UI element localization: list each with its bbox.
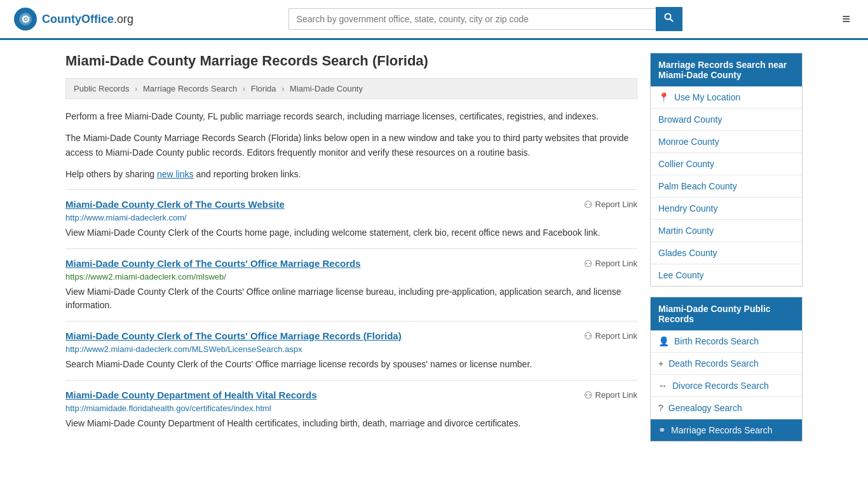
public-records-link-2[interactable]: Divorce Records Search bbox=[672, 381, 769, 391]
report-link-btn-1[interactable]: ⚇ Report Link bbox=[584, 258, 637, 269]
result-desc-2: Search Miami-Dade County Clerk of the Co… bbox=[65, 358, 637, 371]
birth-icon: 👤 bbox=[658, 336, 669, 346]
result-title-2[interactable]: Miami-Dade County Clerk of The Courts' O… bbox=[65, 330, 402, 341]
report-icon-1: ⚇ bbox=[584, 258, 592, 269]
result-url-1[interactable]: https://www2.miami-dadeclerk.com/mlsweb/ bbox=[65, 272, 226, 281]
result-entry-3: Miami-Dade County Department of Health V… bbox=[65, 380, 637, 439]
breadcrumb-link-public-records[interactable]: Public Records bbox=[74, 84, 129, 93]
result-title-1[interactable]: Miami-Dade County Clerk of The Courts' O… bbox=[65, 258, 361, 269]
sidebar: Marriage Records Search near Miami-Dade … bbox=[650, 53, 803, 452]
new-links-link[interactable]: new links bbox=[157, 169, 194, 179]
public-records-link-1[interactable]: Death Records Search bbox=[668, 358, 759, 369]
death-icon: + bbox=[658, 358, 663, 369]
svg-text:⚙: ⚙ bbox=[21, 14, 30, 25]
report-icon-2: ⚇ bbox=[584, 330, 592, 342]
nearby-section-header: Marriage Records Search near Miami-Dade … bbox=[651, 53, 802, 86]
nearby-link-7[interactable]: Glades County bbox=[658, 248, 717, 258]
public-records-link-3[interactable]: Genealogy Search bbox=[668, 403, 742, 413]
location-icon: 📍 bbox=[658, 92, 669, 102]
result-entry-1: Miami-Dade County Clerk of The Courts' O… bbox=[65, 248, 637, 321]
result-title-3[interactable]: Miami-Dade County Department of Health V… bbox=[65, 390, 317, 400]
nearby-link-6[interactable]: Martin County bbox=[658, 226, 714, 236]
public-records-item-1[interactable]: + Death Records Search bbox=[651, 353, 802, 375]
result-title-0[interactable]: Miami-Dade County Clerk of The Courts We… bbox=[65, 199, 285, 210]
result-entry-0: Miami-Dade County Clerk of The Courts We… bbox=[65, 189, 637, 248]
report-icon-3: ⚇ bbox=[584, 390, 592, 401]
breadcrumb: Public Records › Marriage Records Search… bbox=[65, 78, 637, 99]
results-list: Miami-Dade County Clerk of The Courts We… bbox=[65, 189, 637, 439]
nearby-item-4[interactable]: Palm Beach County bbox=[651, 175, 802, 198]
result-desc-3: View Miami-Dade County Department of Hea… bbox=[65, 417, 637, 430]
result-url-0[interactable]: http://www.miami-dadeclerk.com/ bbox=[65, 213, 187, 222]
result-url-3[interactable]: http://miamidade.floridahealth.gov/certi… bbox=[65, 403, 271, 413]
nearby-link-8[interactable]: Lee County bbox=[658, 270, 704, 280]
marriage-icon: ⚭ bbox=[658, 425, 666, 435]
description-para-3: Help others by sharing new links and rep… bbox=[65, 167, 637, 181]
description-para-2: The Miami-Dade County Marriage Records S… bbox=[65, 131, 637, 159]
menu-button[interactable]: ≡ bbox=[837, 8, 855, 30]
nearby-item-1[interactable]: Broward County bbox=[651, 109, 802, 131]
report-icon-0: ⚇ bbox=[584, 199, 592, 210]
nearby-link-4[interactable]: Palm Beach County bbox=[658, 181, 737, 191]
svg-line-4 bbox=[670, 19, 673, 22]
nearby-link-5[interactable]: Hendry County bbox=[658, 203, 717, 214]
search-input[interactable] bbox=[288, 8, 656, 30]
nearby-item-5[interactable]: Hendry County bbox=[651, 198, 802, 220]
report-link-btn-2[interactable]: ⚇ Report Link bbox=[584, 330, 637, 342]
result-url-2[interactable]: http://www2.miami-dadeclerk.com/MLSWeb/L… bbox=[65, 344, 302, 354]
result-desc-0: View Miami-Dade County Clerk of the Cour… bbox=[65, 226, 637, 240]
nearby-section: Marriage Records Search near Miami-Dade … bbox=[650, 53, 803, 287]
breadcrumb-current: Miami-Dade County bbox=[290, 84, 363, 93]
public-records-item-0[interactable]: 👤 Birth Records Search bbox=[651, 330, 802, 353]
description-para-1: Perform a free Miami-Dade County, FL pub… bbox=[65, 109, 637, 123]
genealogy-icon: ? bbox=[658, 403, 663, 413]
search-button[interactable] bbox=[656, 7, 682, 31]
nearby-link-1[interactable]: Broward County bbox=[658, 114, 722, 125]
nearby-item-3[interactable]: Collier County bbox=[651, 153, 802, 175]
public-records-section: Miami-Dade County Public Records 👤 Birth… bbox=[650, 297, 803, 442]
breadcrumb-link-florida[interactable]: Florida bbox=[251, 84, 276, 93]
nearby-link-2[interactable]: Monroe County bbox=[658, 137, 719, 147]
nearby-item-2[interactable]: Monroe County bbox=[651, 131, 802, 153]
nearby-link-3[interactable]: Collier County bbox=[658, 159, 714, 169]
public-records-item-3[interactable]: ? Genealogy Search bbox=[651, 397, 802, 419]
public-records-item-4[interactable]: ⚭ Marriage Records Search bbox=[651, 419, 802, 441]
breadcrumb-link-marriage[interactable]: Marriage Records Search bbox=[143, 84, 237, 93]
report-link-btn-3[interactable]: ⚇ Report Link bbox=[584, 390, 637, 401]
public-records-link-0[interactable]: Birth Records Search bbox=[674, 336, 759, 346]
public-records-link-4[interactable]: Marriage Records Search bbox=[671, 425, 773, 435]
logo[interactable]: ⚙ CountyOffice.org bbox=[13, 6, 133, 32]
report-link-btn-0[interactable]: ⚇ Report Link bbox=[584, 199, 637, 210]
nearby-item-6[interactable]: Martin County bbox=[651, 220, 802, 242]
nearby-item-7[interactable]: Glades County bbox=[651, 242, 802, 264]
public-records-item-2[interactable]: ↔ Divorce Records Search bbox=[651, 375, 802, 397]
public-records-header: Miami-Dade County Public Records bbox=[651, 297, 802, 330]
nearby-item-8[interactable]: Lee County bbox=[651, 264, 802, 286]
nearby-item-0[interactable]: 📍Use My Location bbox=[651, 86, 802, 109]
logo-text: CountyOffice.org bbox=[42, 13, 133, 26]
divorce-icon: ↔ bbox=[658, 381, 667, 391]
page-title: Miami-Dade County Marriage Records Searc… bbox=[65, 53, 637, 69]
result-desc-1: View Miami-Dade County Clerk of the Cour… bbox=[65, 285, 637, 312]
result-entry-2: Miami-Dade County Clerk of The Courts' O… bbox=[65, 321, 637, 380]
nearby-link-0[interactable]: Use My Location bbox=[674, 92, 740, 102]
svg-point-3 bbox=[665, 14, 670, 20]
